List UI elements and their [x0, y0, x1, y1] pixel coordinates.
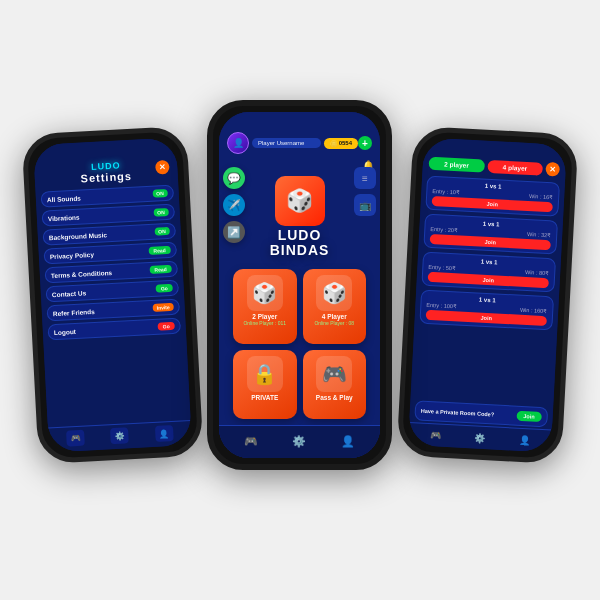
- entry-3-cost: Entry : 50₹: [428, 264, 456, 271]
- right-bottom-nav: 🎮 ⚙️ 👤: [408, 422, 552, 452]
- mode-2player-online: Online Player : 011: [243, 320, 286, 326]
- right-close-button[interactable]: ✕: [545, 162, 560, 177]
- center-phone-screen: 👤 Player Username 🪙 0554 + 🔔 💬 ✈️ ↗️ ≡ 📺: [219, 112, 380, 458]
- nav-profile-icon[interactable]: 👤: [155, 425, 174, 442]
- tab-4player[interactable]: 4 player: [487, 159, 543, 175]
- entry-3-win: Win : 80₹: [525, 269, 549, 276]
- vibrations-toggle[interactable]: ON: [153, 208, 169, 217]
- telegram-icon[interactable]: ✈️: [223, 194, 245, 216]
- center-nav-settings-icon[interactable]: ⚙️: [288, 430, 310, 452]
- logout-label: Logout: [54, 327, 76, 335]
- username-bar: Player Username: [252, 138, 321, 148]
- game-modes-grid: 🎲 2 Player Online Player : 011 🎲 4 Playe…: [219, 263, 380, 425]
- refer-button[interactable]: Invite: [152, 303, 173, 312]
- mode-private-card[interactable]: 🔒 PRIVATE: [233, 350, 297, 419]
- share-icon[interactable]: ↗️: [223, 221, 245, 243]
- terms-label: Terms & Conditions: [51, 268, 113, 278]
- mode-pass-play-icon: 🎮: [316, 356, 352, 392]
- center-bottom-nav: 🎮 ⚙️ 👤: [219, 425, 380, 458]
- setting-logout[interactable]: Logout Go: [47, 317, 181, 340]
- center-topbar: 👤 Player Username 🪙 0554 +: [219, 112, 380, 158]
- left-bottom-nav: 🎮 ⚙️ 👤: [48, 420, 192, 450]
- right-nav-home-icon[interactable]: 🎮: [426, 427, 445, 444]
- vibrations-label: Vibrations: [48, 213, 80, 222]
- entry-1: 1 vs 1 Entry : 10₹ Win : 16₹ Join: [425, 176, 560, 217]
- entry-2-win: Win : 32₹: [527, 231, 551, 238]
- coin-value: 0554: [339, 140, 352, 146]
- entry-3: 1 vs 1 Entry : 50₹ Win : 80₹ Join: [421, 252, 556, 293]
- whatsapp-icon[interactable]: 💬: [223, 167, 245, 189]
- mode-4player-card[interactable]: 🎲 4 Player Online Player : 08: [303, 269, 367, 344]
- social-icons-left: 💬 ✈️ ↗️: [223, 167, 245, 243]
- right-phone: 2 player 4 player ✕ 1 vs 1 Entry : 10₹ W…: [396, 126, 578, 464]
- mode-4player-online: Online Player : 08: [314, 320, 354, 326]
- privacy-policy-label: Privacy Policy: [50, 250, 94, 259]
- coin-icon: 🪙: [330, 140, 337, 147]
- left-phone-screen: LUDO Settings ✕ All Sounds ON Vibrations…: [33, 137, 192, 452]
- ludo-dice-image: 🎲: [275, 176, 325, 226]
- mode-4player-icon: 🎲: [316, 275, 352, 311]
- mode-4player-label: 4 Player: [322, 313, 347, 320]
- private-room-join-button[interactable]: Join: [516, 411, 542, 422]
- entry-4-cost: Entry : 100₹: [426, 302, 457, 310]
- monitor-icon[interactable]: 📺: [354, 194, 376, 216]
- private-room-text: Have a Private Room Code?: [421, 408, 495, 418]
- right-phone-screen: 2 player 4 player ✕ 1 vs 1 Entry : 10₹ W…: [408, 137, 567, 452]
- logout-button[interactable]: Go: [158, 322, 175, 331]
- add-coins-button[interactable]: +: [358, 136, 372, 150]
- mode-2player-label: 2 Player: [252, 313, 277, 320]
- entry-2: 1 vs 1 Entry : 20₹ Win : 32₹ Join: [423, 214, 558, 255]
- all-sounds-label: All Sounds: [47, 194, 81, 203]
- mode-pass-play-label: Pass & Play: [316, 394, 353, 401]
- coin-display: 🪙 0554: [324, 138, 358, 149]
- menu-icon[interactable]: ≡: [354, 167, 376, 189]
- settings-list: All Sounds ON Vibrations ON Background M…: [35, 182, 186, 342]
- tab-2player[interactable]: 2 player: [429, 156, 485, 172]
- refer-label: Refer Friends: [53, 307, 95, 316]
- contact-button[interactable]: Go: [156, 284, 173, 293]
- background-music-toggle[interactable]: ON: [154, 227, 170, 236]
- entry-1-win: Win : 16₹: [529, 193, 553, 200]
- nav-settings-icon[interactable]: ⚙️: [110, 427, 129, 444]
- background-music-label: Background Music: [49, 231, 107, 241]
- mode-2player-card[interactable]: 🎲 2 Player Online Player : 011: [233, 269, 297, 344]
- right-nav-settings-icon[interactable]: ⚙️: [471, 429, 490, 446]
- all-sounds-toggle[interactable]: ON: [152, 189, 168, 198]
- terms-button[interactable]: Read: [149, 265, 172, 274]
- mode-pass-play-card[interactable]: 🎮 Pass & Play: [303, 350, 367, 419]
- mode-private-icon: 🔒: [247, 356, 283, 392]
- entry-4-win: Win : 160₹: [520, 307, 548, 314]
- mode-2player-icon: 🎲: [247, 275, 283, 311]
- avatar: 👤: [227, 132, 249, 154]
- right-action-icons: ≡ 📺: [354, 167, 376, 216]
- center-nav-profile-icon[interactable]: 👤: [337, 430, 359, 452]
- entry-2-cost: Entry : 20₹: [430, 226, 458, 233]
- entry-1-cost: Entry : 10₹: [432, 188, 460, 195]
- privacy-policy-button[interactable]: Read: [148, 246, 171, 255]
- entry-4: 1 vs 1 Entry : 100₹ Win : 160₹ Join: [419, 290, 554, 331]
- mode-private-label: PRIVATE: [251, 394, 278, 401]
- nav-home-icon[interactable]: 🎮: [66, 430, 85, 447]
- game-entries-list: 1 vs 1 Entry : 10₹ Win : 16₹ Join 1 vs 1…: [410, 173, 565, 405]
- center-phone: 👤 Player Username 🪙 0554 + 🔔 💬 ✈️ ↗️ ≡ 📺: [207, 100, 392, 470]
- right-nav-profile-icon[interactable]: 👤: [515, 432, 534, 449]
- left-phone: LUDO Settings ✕ All Sounds ON Vibrations…: [21, 126, 203, 464]
- contact-label: Contact Us: [52, 289, 87, 298]
- center-nav-home-icon[interactable]: 🎮: [240, 430, 262, 452]
